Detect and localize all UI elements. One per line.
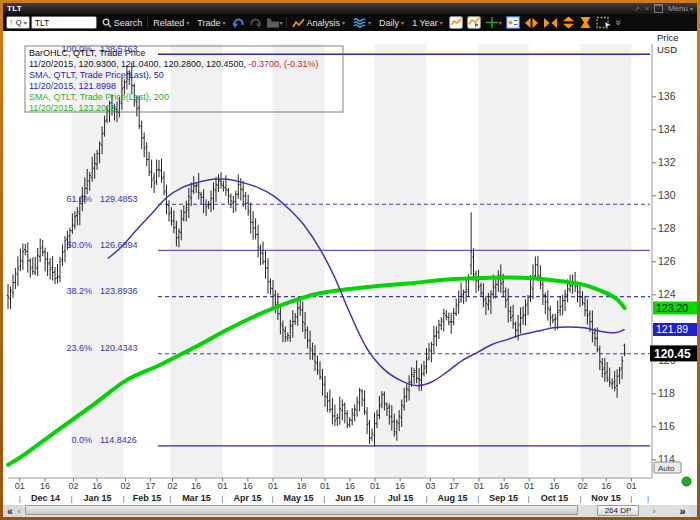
line-chart-icon	[449, 16, 463, 29]
price-tick-label: 128	[658, 222, 676, 234]
search-icon	[102, 18, 112, 28]
quote-type-label: Q	[16, 19, 22, 27]
chevron-down-icon: ▾	[440, 20, 443, 26]
month-separator: |	[374, 494, 376, 503]
legend-line-5: SMA, QTLT, Trade Price(Last), 200	[29, 92, 169, 102]
svg-text:123.20: 123.20	[656, 302, 688, 314]
status-dot	[682, 477, 691, 486]
datapoint-count-badge[interactable]: 264 DP	[597, 505, 639, 516]
month-separator: |	[271, 494, 273, 503]
chart-pointer-icon	[467, 16, 481, 29]
menu-button[interactable]: Menu ▾	[668, 4, 693, 13]
scrollbar-thumb[interactable]	[25, 505, 578, 515]
day-tick-label: 01	[218, 481, 228, 491]
month-label: Jun 15	[335, 493, 364, 503]
expand-horizontal-button[interactable]	[523, 16, 540, 29]
day-tick-label: 02	[167, 481, 177, 491]
chevron-down-icon: ▾	[280, 20, 283, 26]
day-tick-label: 16	[499, 481, 509, 491]
price-tick-label: 118	[658, 387, 675, 399]
day-tick-label: 16	[345, 481, 355, 491]
trade-button[interactable]: Trade▾	[194, 16, 228, 29]
month-label: Apr 15	[233, 493, 261, 503]
scroll-far-right-button[interactable]: »	[674, 505, 691, 517]
month-separator: |	[323, 494, 325, 503]
day-tick-label: 02	[68, 481, 78, 491]
axis-label-usd: USD	[657, 44, 677, 55]
period-button[interactable]: Daily▾	[376, 16, 407, 29]
line-chart-mode-button[interactable]	[448, 16, 464, 29]
month-label: Aug 15	[437, 493, 467, 503]
month-label: May 15	[283, 493, 313, 503]
fib-pct-label: 0.0%	[71, 435, 92, 445]
open-folder-button[interactable]: ▾	[265, 16, 284, 29]
symbol-group: ↑ Q ▾ TLT	[6, 16, 97, 29]
hourglass-icon	[579, 16, 592, 29]
chevron-double-icon: »	[613, 20, 624, 26]
month-separator: |	[122, 494, 124, 503]
day-tick-label: 02	[120, 481, 130, 491]
month-bands	[72, 44, 632, 478]
waves-icon	[353, 17, 366, 28]
month-separator: |	[630, 494, 632, 503]
close-icon[interactable]: ×	[645, 5, 649, 12]
month-separator: |	[71, 494, 73, 503]
related-button[interactable]: Related▾	[150, 16, 192, 29]
month-label: Mar 15	[182, 493, 211, 503]
redo-icon	[249, 17, 262, 29]
month-separator: |	[169, 494, 171, 503]
zigzag-icon	[292, 18, 305, 28]
day-tick-label: 16	[549, 481, 559, 491]
expand-vertical-button[interactable]	[561, 16, 576, 29]
day-tick-label: 01	[268, 481, 278, 491]
redo-button[interactable]	[248, 16, 263, 29]
fib-price-label: 114.8426	[100, 435, 137, 445]
undo-button[interactable]	[231, 16, 246, 29]
chevron-down-icon: ▾	[24, 20, 27, 26]
month-label: Jul 15	[388, 493, 414, 503]
time-compress-button[interactable]	[578, 16, 593, 29]
quote-type-selector[interactable]: ↑ Q ▾	[6, 16, 30, 29]
quote-board-button[interactable]	[505, 16, 521, 29]
divider	[147, 17, 148, 28]
day-tick-label: 16	[243, 481, 253, 491]
crosshair-button[interactable]: ▾	[484, 16, 503, 29]
day-tick-label: 01	[15, 481, 25, 491]
day-tick-label: 16	[92, 481, 102, 491]
marquee-select-icon	[596, 16, 612, 29]
svg-text:121.89: 121.89	[656, 323, 688, 335]
scroll-right-button[interactable]: ›	[651, 505, 657, 517]
collapse-toolbar-button[interactable]: »	[615, 16, 623, 29]
divider	[286, 17, 287, 28]
day-tick-label: 16	[601, 481, 611, 491]
zoom-select-button[interactable]	[595, 16, 613, 29]
fib-price-label: 129.4853	[100, 194, 138, 204]
window-icon[interactable]	[654, 4, 663, 13]
day-tick-label: 01	[524, 481, 534, 491]
search-button[interactable]: Search	[99, 16, 146, 29]
fib-price-label: 120.4343	[100, 343, 138, 353]
day-tick-label: 17	[449, 481, 459, 491]
scrollbar-track[interactable]	[22, 505, 690, 517]
chevron-down-icon: ▾	[368, 20, 371, 26]
up-arrow-icon: ↑	[9, 18, 14, 27]
axis-label-price: Price	[657, 32, 679, 43]
analysis-button[interactable]: Analysis▾	[289, 16, 349, 29]
price-badges: 123.20121.89120.45	[650, 302, 697, 362]
compress-horizontal-button[interactable]	[542, 16, 559, 29]
day-tick-label: 16	[191, 481, 201, 491]
fib-pct-label: 38.2%	[66, 286, 92, 296]
month-separator: |	[477, 494, 479, 503]
scroll-far-left-button[interactable]: «	[4, 505, 16, 517]
price-chart[interactable]: 100.0%138.576361.8%129.485350.0%126.6894…	[3, 31, 697, 517]
waves-button[interactable]: ▾	[350, 16, 374, 29]
day-tick-label: 02	[578, 481, 588, 491]
legend-line-2: 11/20/2015, 120.9300, 121.0400, 120.2800…	[29, 59, 319, 69]
range-button[interactable]: 1 Year▾	[409, 16, 446, 29]
expand-vertical-icon	[562, 16, 575, 29]
month-separator: |	[579, 494, 581, 503]
chevron-down-icon: ▾	[186, 20, 189, 26]
pointer-chart-mode-button[interactable]	[466, 16, 482, 29]
symbol-input[interactable]: TLT	[31, 16, 97, 29]
popout-icon[interactable]: ↗	[634, 5, 640, 12]
